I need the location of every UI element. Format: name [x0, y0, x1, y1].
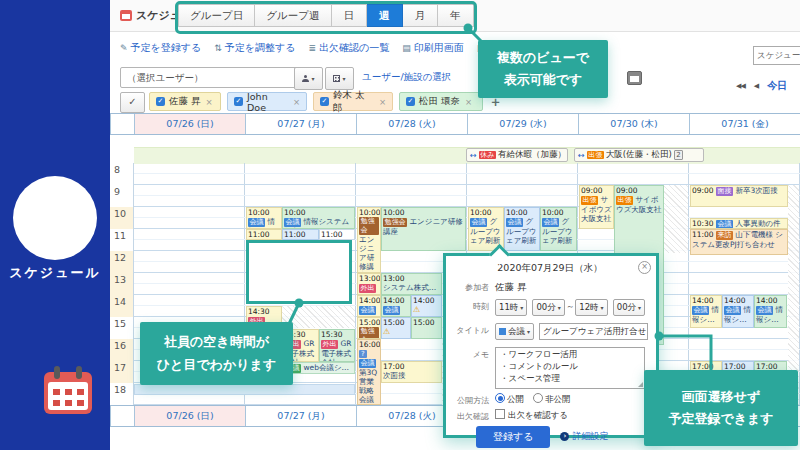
chevron-down-icon: ▾	[558, 304, 561, 311]
start-minute-select[interactable]: 00分▾	[532, 299, 564, 316]
user-chip-matsuda[interactable]: ✓ 松田 環奈 ×	[399, 92, 483, 111]
event-chip[interactable]: 15:00⚠	[381, 317, 411, 339]
event-chip[interactable]: 10:00勉強会 エンジニア研修講座	[381, 207, 466, 251]
callout-multiple-views: 複数のビューで 表示可能です	[478, 40, 608, 98]
remove-user-icon[interactable]: ×	[379, 97, 386, 107]
radio-private[interactable]: 非公開	[533, 393, 571, 406]
header-date[interactable]: 07/31 (金)	[689, 114, 800, 134]
view-tab-bar: グループ日 グループ週 日 週 月 年	[178, 4, 474, 27]
end-minute-select[interactable]: 00分▾	[613, 299, 645, 316]
checkbox-checked-icon[interactable]: ✓	[406, 97, 415, 106]
event-band[interactable]	[134, 384, 355, 395]
event-chip[interactable]: 14:00会議 情報シ…	[690, 295, 722, 328]
today-link[interactable]: 今日	[767, 79, 787, 93]
event-chip[interactable]: 14:00会議週次…	[357, 295, 381, 317]
event-chip[interactable]: 14:00会議 情報シ…	[722, 295, 754, 328]
header-date[interactable]: 07/27 (月)	[245, 114, 356, 134]
user-chip-sato[interactable]: ✓ 佐藤 昇 ×	[149, 92, 221, 111]
calendar-ring-icon	[54, 366, 60, 379]
facility-picker-button[interactable]: ▾	[325, 67, 354, 90]
register-button[interactable]: 登録する	[476, 426, 550, 448]
user-chip-john[interactable]: ✓ John Doe ×	[227, 92, 307, 111]
footer-date[interactable]: 07/26 (日)	[134, 406, 245, 426]
radio-public[interactable]: 公開	[495, 393, 524, 406]
event-chip[interactable]: 13:00システム株式…	[381, 273, 442, 295]
checkbox-checked-icon[interactable]: ✓	[156, 97, 165, 106]
user-picker-button[interactable]: ▾	[294, 67, 323, 90]
event-chip[interactable]: 16:00? 会議第3Q営業戦略会議	[357, 339, 381, 405]
start-hour-select[interactable]: 11時▾	[495, 299, 527, 316]
tab-week[interactable]: 週	[367, 4, 403, 27]
event-chip[interactable]: 11:00	[319, 229, 355, 240]
detail-settings-link[interactable]: › 詳細設定	[560, 426, 608, 443]
attendance-list-link[interactable]: ≣ 出欠確認の一覧	[309, 41, 390, 55]
event-chip[interactable]: 14:00会議 情報シ…	[754, 295, 787, 328]
user-chip-suzuki[interactable]: ✓ 鈴木 太郎 ×	[313, 92, 393, 111]
event-chip[interactable]: 10:30 会議 人事異動の件	[690, 218, 788, 229]
attendance-checkbox[interactable]: 出欠を確認する	[495, 409, 568, 422]
chevron-down-icon: ▾	[520, 304, 523, 311]
header-date[interactable]: 07/29 (水)	[467, 114, 578, 134]
event-chip[interactable]: 09:00 面接 新卒3次面接	[690, 185, 788, 207]
free-time-highlight	[246, 240, 352, 304]
calendar-header-row: 07/26 (日) 07/27 (月) 07/28 (火) 07/29 (水) …	[110, 113, 800, 135]
calendar-badge-circle	[13, 176, 97, 260]
adjust-event-link[interactable]: ⇅ 予定を調整する	[214, 41, 295, 55]
select-all-checkbox[interactable]: ✓	[120, 92, 145, 113]
end-hour-select[interactable]: 12時▾	[575, 299, 607, 316]
badge-trip: 出張	[587, 151, 604, 160]
checkbox-checked-icon[interactable]: ✓	[234, 97, 243, 106]
event-chip[interactable]: 13:00外出CY…	[357, 273, 381, 295]
date-pager: ◀◀ ◀ 今日	[736, 79, 787, 93]
event-chip[interactable]: 10:00会議 情報シ…	[246, 207, 282, 229]
hour-label: 17	[110, 361, 133, 383]
date-picker-icon[interactable]	[627, 71, 642, 85]
event-chip[interactable]: 11:00 来訪 山下電機様 システム更改PJ打ち合わせ	[690, 229, 788, 255]
close-icon[interactable]: ×	[638, 261, 651, 274]
header-date[interactable]: 07/28 (火)	[356, 114, 467, 134]
event-chip[interactable]: 09:00出張 サイボウズ大阪支社	[579, 185, 614, 229]
remove-user-icon[interactable]: ×	[206, 97, 213, 107]
popup-date: 2020年07月29日（水）	[452, 262, 648, 275]
callout-quick-register: 画面遷移せず 予定登録できます	[644, 370, 798, 446]
event-chip[interactable]: 15:00	[411, 317, 442, 339]
banner-event-trip[interactable]: ↔ 出張 大阪(佐藤・松田) 2	[574, 148, 704, 162]
schedule-search-input[interactable]	[753, 46, 800, 65]
prev-week-icon[interactable]: ◀◀	[736, 82, 745, 90]
event-chip[interactable]: 10:00会議 グループウェア刷新	[504, 207, 540, 251]
event-chip[interactable]: 17:00次面接	[381, 361, 442, 383]
event-chip[interactable]: 10:00勉強会エンジニア研修講座	[357, 207, 381, 273]
remove-user-icon[interactable]: ×	[465, 97, 472, 107]
header-date[interactable]: 07/30 (木)	[578, 114, 689, 134]
footer-date[interactable]: 07/27 (月)	[245, 406, 356, 426]
event-chip[interactable]: 15:00勉強会	[357, 317, 381, 339]
event-chip[interactable]: 14:00⚠	[411, 295, 442, 317]
event-chip[interactable]: 11:00	[282, 229, 319, 240]
checkbox-checked-icon[interactable]: ✓	[320, 97, 329, 106]
remove-user-icon[interactable]: ×	[293, 97, 300, 107]
tab-year[interactable]: 年	[438, 4, 474, 27]
tab-group-week[interactable]: グループ週	[255, 4, 331, 27]
event-chip[interactable]: 11:00	[246, 229, 282, 240]
print-view-link[interactable]: ▤ 印刷用画面	[402, 41, 464, 55]
memo-textarea[interactable]: ・ワークフロー活用 ・コメントのルール ・スペース管理	[495, 347, 645, 389]
event-chip[interactable]: 15:30外出 GR電子株式会社	[319, 329, 355, 362]
header-date[interactable]: 07/26 (日)	[134, 114, 245, 134]
banner-event-vacation[interactable]: ↔ 休み 有給休暇（加藤） 2	[466, 148, 568, 162]
event-chip[interactable]: 14:00会議	[381, 295, 411, 317]
span-arrow-icon: ↔	[578, 151, 585, 160]
title-input[interactable]: グループウェア活用打合せ	[539, 323, 648, 340]
user-select-dropdown[interactable]: （選択ユーザー）	[120, 67, 300, 88]
category-select[interactable]: 会議▾	[495, 323, 534, 340]
tab-group-day[interactable]: グループ日	[178, 4, 255, 27]
arrows-icon: ⇅	[214, 43, 222, 53]
tab-month[interactable]: 月	[403, 4, 439, 27]
event-chip[interactable]: 10:00会議 グループウェア刷新	[540, 207, 577, 251]
event-chip[interactable]: 10:00会議 情報システム部定例	[282, 207, 355, 229]
warning-icon: ⚠	[413, 305, 420, 314]
prev-day-icon[interactable]: ◀	[754, 82, 758, 90]
user-facility-select-link[interactable]: ユーザー/施設の選択	[362, 71, 451, 84]
register-event-link[interactable]: ✎ 予定を登録する	[120, 41, 201, 55]
time-label: 時刻	[452, 299, 489, 312]
tab-day[interactable]: 日	[332, 4, 368, 27]
